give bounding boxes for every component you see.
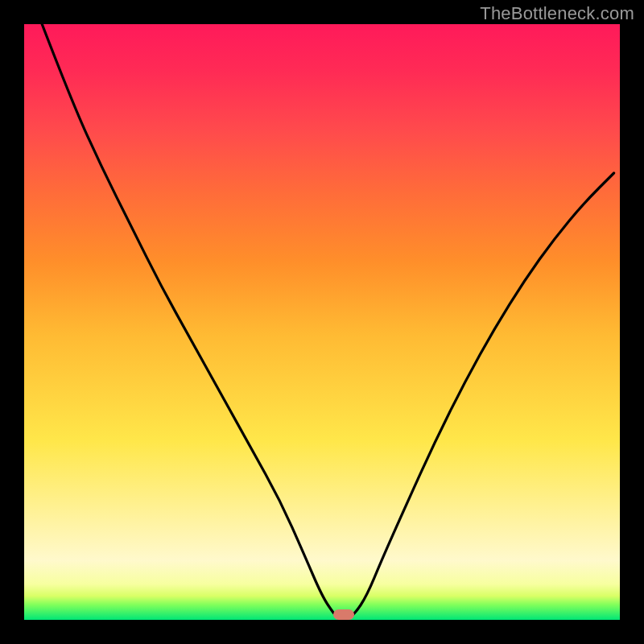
- watermark-text: TheBottleneck.com: [480, 3, 634, 24]
- bottleneck-curve: [42, 24, 613, 620]
- curve-layer: [24, 24, 620, 620]
- optimum-marker: [333, 609, 354, 620]
- chart-frame: TheBottleneck.com: [0, 0, 644, 644]
